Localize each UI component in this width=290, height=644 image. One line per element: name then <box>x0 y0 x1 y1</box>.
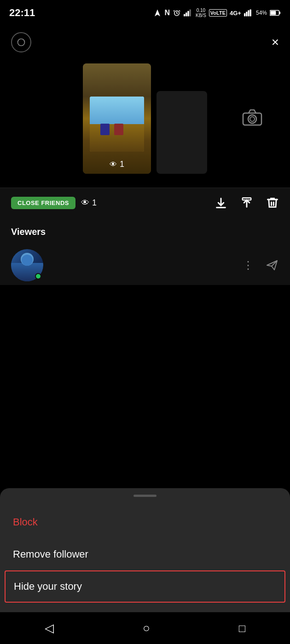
story-thumbnail[interactable]: 👁 1 <box>83 63 151 174</box>
story-info-bar: CLOSE FRIENDS 👁 1 <box>0 188 290 217</box>
views-count: 👁 1 <box>81 198 97 208</box>
signal-icon <box>184 9 193 17</box>
svg-rect-6 <box>246 12 247 17</box>
svg-rect-4 <box>190 10 191 17</box>
eye-icon: 👁 <box>110 160 117 169</box>
top-bar: × <box>0 26 290 59</box>
svg-rect-3 <box>187 11 189 17</box>
online-indicator <box>35 273 41 279</box>
handle-bar <box>133 495 157 497</box>
story-info-left: CLOSE FRIENDS 👁 1 <box>11 197 97 209</box>
nfc-icon: N <box>164 9 170 17</box>
back-button[interactable]: ◁ <box>45 621 54 635</box>
signal-strength-icon <box>244 9 253 17</box>
viewer-left <box>11 249 43 281</box>
svg-rect-11 <box>270 11 276 15</box>
remove-follower-button[interactable]: Remove follower <box>0 538 290 570</box>
battery-icon <box>270 10 281 16</box>
svg-rect-2 <box>186 12 187 16</box>
avatar-wrap <box>11 249 43 281</box>
svg-rect-17 <box>243 198 251 200</box>
story-view-count: 👁 1 <box>110 160 124 169</box>
hide-story-button[interactable]: Hide your story <box>5 570 285 603</box>
send-button[interactable] <box>265 259 279 272</box>
viewers-section: Viewers ⋮ <box>0 217 290 285</box>
recent-apps-button[interactable]: □ <box>239 622 246 635</box>
navigation-icon <box>153 9 162 17</box>
block-button[interactable]: Block <box>0 506 290 538</box>
eye-icon-bar: 👁 <box>81 198 89 208</box>
nav-bar: ◁ ○ □ <box>0 612 290 644</box>
status-icons: N 0.10KB/S VoLTE 4G+ 54% <box>153 8 281 18</box>
delete-button[interactable] <box>266 196 279 209</box>
alarm-icon <box>173 9 181 17</box>
circle-button[interactable] <box>11 32 31 52</box>
status-time: 22:11 <box>9 7 35 19</box>
viewers-label: Viewers <box>11 227 279 237</box>
svg-point-12 <box>18 39 25 46</box>
story-preview: 👁 1 <box>0 59 290 188</box>
share-button[interactable] <box>240 196 253 209</box>
camera-area <box>242 100 262 126</box>
svg-rect-5 <box>244 13 245 17</box>
network-type: 4G+ <box>230 10 241 17</box>
story-image <box>83 63 151 174</box>
more-options-button[interactable]: ⋮ <box>243 259 254 272</box>
close-button[interactable]: × <box>272 36 279 49</box>
svg-rect-1 <box>184 14 185 17</box>
svg-rect-8 <box>249 10 251 17</box>
camera-icon <box>242 109 262 126</box>
story-dark-thumb <box>157 91 207 174</box>
svg-point-14 <box>248 115 256 123</box>
status-bar: 22:11 N 0.10KB/S VoLTE 4G+ <box>0 0 290 26</box>
story-actions <box>215 196 279 209</box>
close-friends-badge: CLOSE FRIENDS <box>11 197 75 209</box>
sheet-handle <box>0 488 290 506</box>
home-button[interactable]: ○ <box>143 621 150 635</box>
volte-icon: VoLTE <box>209 9 227 17</box>
svg-rect-10 <box>279 11 280 14</box>
black-filler <box>0 285 290 418</box>
network-speed: 0.10KB/S <box>196 8 206 18</box>
battery-percent: 54% <box>256 10 267 16</box>
viewer-item: ⋮ <box>11 245 279 285</box>
download-button[interactable] <box>215 196 227 209</box>
viewer-actions: ⋮ <box>243 259 279 272</box>
svg-rect-7 <box>248 10 249 16</box>
svg-point-15 <box>250 117 255 121</box>
